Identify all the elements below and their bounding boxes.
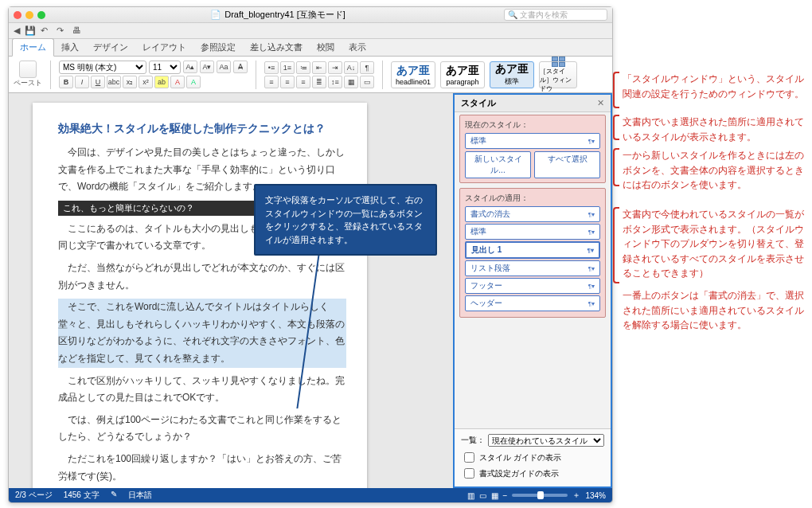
style-list-select[interactable]: 現在使われているスタイル [488,434,604,447]
close-pane-icon[interactable]: ✕ [597,98,604,108]
multilevel-button[interactable]: ≔ [296,61,310,74]
annotation-5: 一番上のボタンは「書式の消去」で、選択された箇所にいま適用されているスタイルを解… [623,288,806,326]
tab-layout[interactable]: レイアウト [135,39,193,56]
doc-p3[interactable]: ただ、当然ながらどれが見出しでどれが本文なのか、すぐには区別がつきません。 [58,260,346,294]
style-item-headline[interactable]: あア亜 headline01 [391,61,435,88]
minimize-icon[interactable] [25,11,33,19]
italic-button[interactable]: I [75,76,89,88]
new-style-button[interactable]: 新しいスタイル... [465,151,531,178]
ribbon-tabs: ホーム 挿入 デザイン レイアウト 参照設定 差し込み文書 校閲 表示 [9,39,612,57]
paragraph-group: •≡ 1≡ ≔ ⇤ ⇥ A↓ ¶ ≡ ≡ ≡ ≣ ↕≡ ▦ ▭ [264,61,374,88]
style-item-normal[interactable]: あア亜 標準 [490,61,534,88]
style-item-header[interactable]: ヘッダー¶▾ [465,295,600,311]
view-print-icon[interactable]: ▭ [479,491,486,500]
status-spellcheck-icon[interactable]: ✎ [111,490,117,501]
save-icon[interactable]: 💾 [25,25,36,37]
maximize-icon[interactable] [37,11,45,19]
tab-mailings[interactable]: 差し込み文書 [243,39,310,56]
zoom-level[interactable]: 134% [585,491,606,500]
doc-p5[interactable]: これで区別がハッキリして、スッキリ見やすくなりましたね。完成品としての見た目はこ… [58,373,346,407]
numbering-button[interactable]: 1≡ [280,61,295,74]
align-left-button[interactable]: ≡ [264,76,279,88]
annotation-2: 文書内でいま選択された箇所に適用されているスタイルが表示されます。 [623,115,806,140]
subscript-button[interactable]: x₂ [123,76,137,88]
align-center-button[interactable]: ≡ [280,76,295,88]
doc-heading[interactable]: 効果絶大！スタイルを駆使した制作テクニックとは？ [58,122,346,136]
style-item-footer[interactable]: フッター¶▾ [465,278,600,294]
styles-pane-title: スタイル [461,97,496,109]
font-size-select[interactable]: 11 [149,61,181,74]
tab-references[interactable]: 参照設定 [193,39,243,56]
style-item-clear[interactable]: 書式の消去¶▾ [465,206,600,222]
status-lang[interactable]: 日本語 [128,490,152,501]
styles-pane-footer: 一覧： 現在使われているスタイル スタイル ガイドの表示 書式設定ガイドの表示 [455,428,611,487]
apply-style-section: スタイルの適用： 書式の消去¶▾ 標準¶▾ 見出し 1¶▾ リスト段落¶▾ フッ… [459,188,606,318]
document-page[interactable]: 効果絶大！スタイルを駆使した制作テクニックとは？ 今回は、デザインや見た目の美し… [33,103,367,488]
style-guide-checkbox[interactable]: スタイル ガイドの表示 [461,450,604,465]
change-case-button[interactable]: Aa [217,61,231,73]
align-right-button[interactable]: ≡ [296,76,310,88]
bullets-button[interactable]: •≡ [264,61,279,74]
menu-back-icon[interactable]: ◀ [14,25,20,36]
quick-access-toolbar: ◀ 💾 ↶ ↷ 🖶 [9,23,612,39]
titlebar: 📄 Draft_blogentry41 [互換モード] 🔍 文書内を検索 [9,7,612,23]
close-icon[interactable] [14,11,21,19]
doc-p6[interactable]: では、例えば100ページにわたる文書でこれと同じ作業をするとしたら、どうなるでし… [58,412,346,446]
borders-button[interactable]: ▭ [360,76,374,88]
zoom-slider[interactable] [512,494,568,497]
justify-button[interactable]: ≣ [312,76,326,88]
font-color-button[interactable]: A [170,76,185,88]
clipboard-icon [19,61,37,78]
status-page[interactable]: 2/3 ページ [15,490,53,501]
style-item-list-para[interactable]: リスト段落¶▾ [465,260,600,276]
style-gallery: あア亜 headline01 あア亜 paragraph あア亜 標準 ［スタイ… [391,61,577,88]
highlight-button[interactable]: ab [154,76,169,88]
doc-p7[interactable]: ただこれを100回繰り返しますか？「はい」とお答えの方、ご苦労様です(笑)。 [58,451,346,485]
current-style-section: 現在のスタイル： 標準 ¶▾ 新しいスタイル... すべて選択 [459,115,606,183]
underline-button[interactable]: U [91,76,105,88]
style-item-paragraph[interactable]: あア亜 paragraph [440,61,485,88]
search-input[interactable]: 🔍 文書内を検索 [504,9,607,21]
style-item-normal[interactable]: 標準¶▾ [465,224,600,240]
bold-button[interactable]: B [59,76,73,88]
sort-button[interactable]: A↓ [344,61,358,74]
annotation-1: 「スタイルウィンドウ」という、スタイル関連の設定を行うためのウィンドウです。 [623,72,806,108]
window-title: Draft_blogentry41 [互換モード] [224,9,345,21]
redo-icon[interactable]: ↷ [57,25,68,37]
status-words[interactable]: 1456 文字 [64,490,100,501]
zoom-out-icon[interactable]: − [503,491,508,500]
strike-button[interactable]: abc [107,76,121,88]
select-all-button[interactable]: すべて選択 [534,151,600,178]
styles-pane-toggle[interactable]: ［スタイル］ウィンドウ [539,61,577,88]
tab-design[interactable]: デザイン [86,39,135,56]
view-web-icon[interactable]: ▦ [491,491,498,500]
view-readmode-icon[interactable]: ▥ [467,491,474,500]
clear-formatting-button[interactable]: A̶ [233,61,248,73]
tab-home[interactable]: ホーム [12,38,54,57]
annotation-3: 一から新しいスタイルを作るときには左のボタンを、文書全体の内容を選択するときには… [623,148,806,186]
callout-box: 文字や段落をカーソルで選択して、右のスタイルウィンドウの一覧にあるボタンをクリッ… [254,184,437,256]
zoom-in-icon[interactable]: ＋ [572,490,580,501]
grow-font-button[interactable]: A▴ [183,61,197,73]
text-effects-button[interactable]: A [186,76,201,88]
paste-button[interactable]: ペースト [14,61,42,88]
font-name-select[interactable]: MS 明朝 (本文) [59,61,146,74]
indent-inc-button[interactable]: ⇥ [328,61,342,74]
format-guide-checkbox[interactable]: 書式設定ガイドの表示 [461,466,604,481]
tab-view[interactable]: 表示 [342,39,373,56]
word-doc-icon: 📄 [210,10,221,20]
undo-icon[interactable]: ↶ [41,25,52,37]
superscript-button[interactable]: x² [139,76,153,88]
indent-dec-button[interactable]: ⇤ [312,61,326,74]
line-spacing-button[interactable]: ↕≡ [328,76,342,88]
show-marks-button[interactable]: ¶ [360,61,374,74]
shading-button[interactable]: ▦ [344,76,358,88]
style-item-heading1[interactable]: 見出し 1¶▾ [465,241,600,259]
shrink-font-button[interactable]: A▾ [200,61,214,73]
annotation-4: 文書内で今使われているスタイルの一覧がボタン形式で表示されます。（スタイルウィン… [623,207,806,283]
tab-insert[interactable]: 挿入 [54,39,86,56]
current-style-value[interactable]: 標準 ¶▾ [465,133,600,149]
tab-review[interactable]: 校閲 [310,39,342,56]
chevron-down-icon: ¶▾ [588,138,595,145]
print-icon[interactable]: 🖶 [72,25,84,37]
